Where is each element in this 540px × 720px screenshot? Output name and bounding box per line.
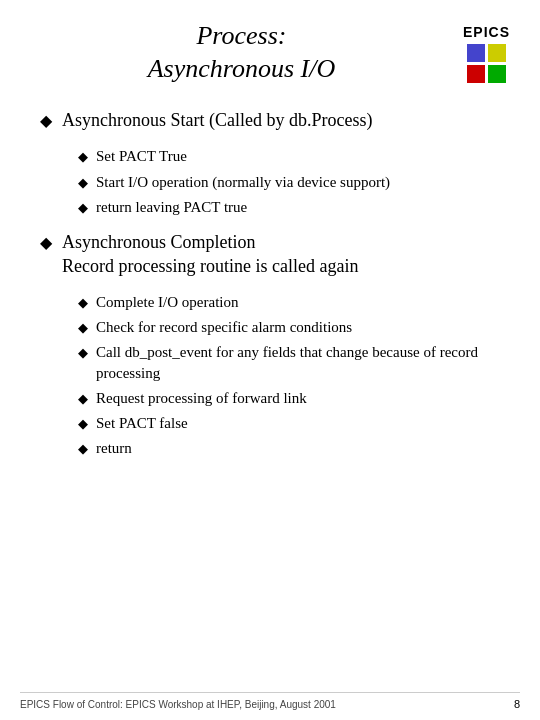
sub-text-1-2: Start I/O operation (normally via device…: [96, 172, 390, 192]
section1-main-bullet: ◆ Asynchronous Start (Called by db.Proce…: [40, 109, 510, 132]
sub-text-1-3: return leaving PACT true: [96, 197, 247, 217]
section2-line1: Asynchronous Completion: [62, 232, 256, 252]
sub-diamond-2-6: ◆: [78, 441, 88, 457]
epics-cell-yellow: [488, 44, 506, 62]
section1-text: Asynchronous Start (Called by db.Process…: [62, 109, 372, 132]
sub-diamond-2-5: ◆: [78, 416, 88, 432]
sub-diamond-2-4: ◆: [78, 391, 88, 407]
bullet-diamond-1: ◆: [40, 111, 52, 130]
bullet-diamond-2: ◆: [40, 233, 52, 252]
sub-diamond-2-3: ◆: [78, 345, 88, 361]
footer-page: 8: [514, 698, 520, 710]
sub-bullet-1-3: ◆ return leaving PACT true: [78, 197, 510, 217]
sub-text-2-5: Set PACT false: [96, 413, 188, 433]
epics-logo: EPICS: [463, 20, 510, 83]
footer: EPICS Flow of Control: EPICS Workshop at…: [20, 692, 520, 710]
epics-label: EPICS: [463, 24, 510, 40]
sub-bullet-2-1: ◆ Complete I/O operation: [78, 292, 510, 312]
section2-text: Asynchronous Completion Record processin…: [62, 231, 358, 278]
section1-sub-bullets: ◆ Set PACT True ◆ Start I/O operation (n…: [78, 146, 510, 217]
title-line2: Asynchronous I/O: [148, 54, 336, 83]
sub-diamond-2-2: ◆: [78, 320, 88, 336]
section2-sub-bullets: ◆ Complete I/O operation ◆ Check for rec…: [78, 292, 510, 459]
slide: Process: Asynchronous I/O EPICS ◆ Asynch…: [0, 0, 540, 720]
sub-bullet-2-5: ◆ Set PACT false: [78, 413, 510, 433]
sub-text-2-4: Request processing of forward link: [96, 388, 307, 408]
content: ◆ Asynchronous Start (Called by db.Proce…: [30, 109, 510, 459]
epics-grid: [467, 44, 506, 83]
section2-main-bullet: ◆ Asynchronous Completion Record process…: [40, 231, 510, 278]
sub-bullet-2-6: ◆ return: [78, 438, 510, 458]
sub-bullet-2-4: ◆ Request processing of forward link: [78, 388, 510, 408]
sub-bullet-1-2: ◆ Start I/O operation (normally via devi…: [78, 172, 510, 192]
sub-text-2-1: Complete I/O operation: [96, 292, 238, 312]
sub-diamond-1-1: ◆: [78, 149, 88, 165]
footer-text: EPICS Flow of Control: EPICS Workshop at…: [20, 699, 336, 710]
sub-bullet-1-1: ◆ Set PACT True: [78, 146, 510, 166]
epics-cell-red: [467, 65, 485, 83]
sub-text-1-1: Set PACT True: [96, 146, 187, 166]
title-line1: Process:: [196, 21, 286, 50]
slide-title: Process: Asynchronous I/O: [30, 20, 453, 85]
sub-bullet-2-3: ◆ Call db_post_event for any fields that…: [78, 342, 510, 383]
sub-text-2-2: Check for record specific alarm conditio…: [96, 317, 352, 337]
epics-cell-green: [488, 65, 506, 83]
sub-diamond-1-3: ◆: [78, 200, 88, 216]
sub-bullet-2-2: ◆ Check for record specific alarm condit…: [78, 317, 510, 337]
section2-line2: Record processing routine is called agai…: [62, 256, 358, 276]
sub-diamond-1-2: ◆: [78, 175, 88, 191]
sub-diamond-2-1: ◆: [78, 295, 88, 311]
header: Process: Asynchronous I/O EPICS: [30, 20, 510, 85]
epics-cell-blue: [467, 44, 485, 62]
sub-text-2-3: Call db_post_event for any fields that c…: [96, 342, 510, 383]
sub-text-2-6: return: [96, 438, 132, 458]
